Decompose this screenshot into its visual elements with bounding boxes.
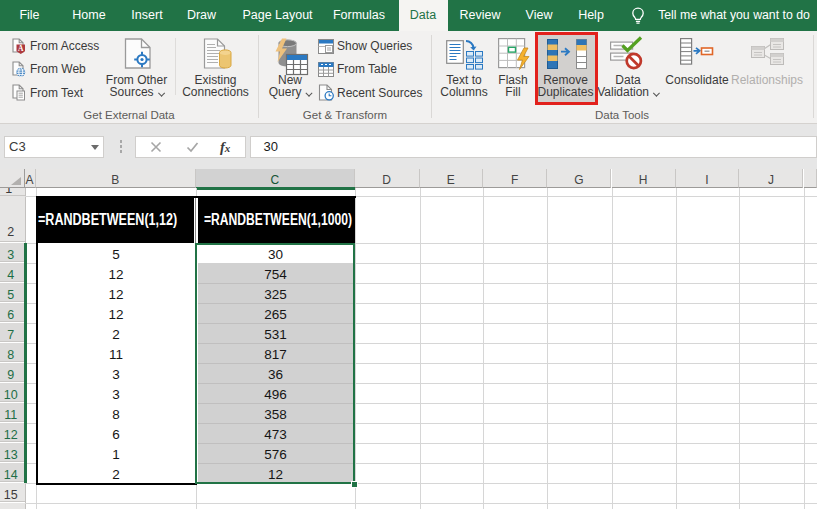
svg-text:A: A xyxy=(18,44,24,53)
